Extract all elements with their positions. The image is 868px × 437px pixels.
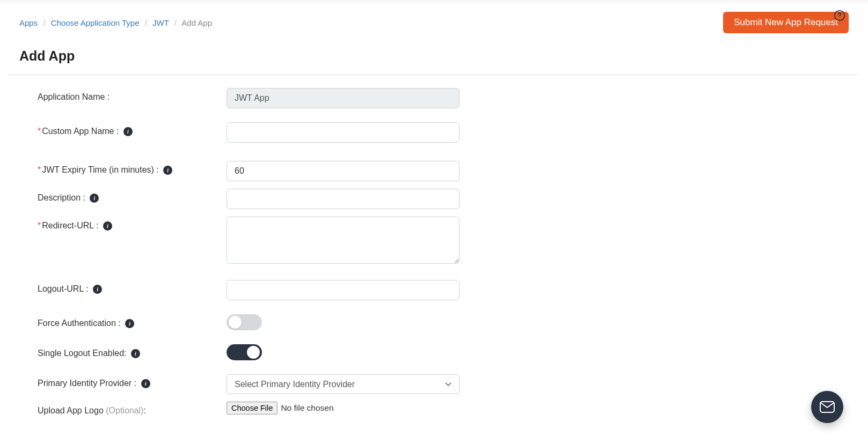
row-redirect-url: *Redirect-URL : i — [38, 217, 483, 266]
label-primary-idp: Primary Identity Provider : — [38, 379, 136, 388]
breadcrumb-sep: / — [145, 18, 147, 27]
info-icon[interactable]: i — [103, 221, 112, 231]
label-logout-url: Logout-URL : — [38, 284, 89, 293]
logout-url-input[interactable] — [227, 280, 459, 300]
breadcrumb: Apps / Choose Application Type / JWT / A… — [19, 18, 212, 27]
label-upload-logo: Upload App Logo — [38, 406, 106, 415]
divider — [9, 75, 859, 75]
row-single-logout: Single Logout Enabled: i — [38, 344, 483, 360]
breadcrumb-link-choose-type[interactable]: Choose Application Type — [51, 18, 140, 27]
page-title: Add App — [0, 33, 868, 75]
label-app-name: Application Name : — [38, 88, 227, 102]
required-marker: * — [38, 165, 41, 174]
row-custom-name: *Custom App Name : i — [38, 122, 483, 143]
row-upload-logo: Upload App Logo (Optional): Choose File … — [38, 402, 483, 416]
info-icon[interactable]: i — [93, 285, 102, 294]
breadcrumb-sep: / — [174, 18, 177, 27]
row-app-name: Application Name : — [38, 88, 483, 108]
primary-idp-select[interactable]: Select Primary Identity Provider — [227, 374, 459, 394]
required-marker: * — [38, 127, 41, 136]
info-icon[interactable]: i — [90, 194, 99, 203]
file-status-text: No file chosen — [281, 403, 333, 413]
label-upload-logo-optional: (Optional) — [106, 406, 143, 415]
top-shadow — [0, 0, 868, 4]
label-redirect-url: Redirect-URL : — [42, 221, 98, 230]
help-icon[interactable] — [834, 10, 845, 25]
label-custom-name: Custom App Name : — [42, 127, 119, 136]
force-auth-toggle[interactable] — [227, 314, 262, 330]
svg-point-1 — [839, 18, 840, 18]
label-upload-logo-colon: : — [143, 406, 145, 415]
redirect-url-input[interactable] — [227, 217, 459, 264]
required-marker: * — [38, 221, 41, 230]
chat-widget-button[interactable] — [811, 391, 843, 423]
info-icon[interactable]: i — [131, 349, 140, 358]
row-jwt-expiry: *JWT Expiry Time (in minutes) : i — [38, 161, 483, 181]
form-area: Application Name : *Custom App Name : i … — [0, 88, 483, 416]
submit-new-app-button[interactable]: Submit New App Request — [723, 12, 849, 33]
info-icon[interactable]: i — [125, 319, 134, 328]
row-description: Description : i — [38, 189, 483, 209]
header-row: Apps / Choose Application Type / JWT / A… — [0, 0, 868, 33]
breadcrumb-sep: / — [43, 18, 45, 27]
choose-file-button[interactable]: Choose File — [227, 402, 278, 414]
info-icon[interactable]: i — [163, 166, 172, 175]
label-force-auth: Force Authentication : — [38, 319, 121, 328]
row-primary-idp: Primary Identity Provider : i Select Pri… — [38, 374, 483, 394]
label-single-logout: Single Logout Enabled: — [38, 349, 126, 358]
label-jwt-expiry: JWT Expiry Time (in minutes) : — [42, 165, 159, 174]
row-logout-url: Logout-URL : i — [38, 280, 483, 300]
description-input[interactable] — [227, 189, 459, 209]
row-force-auth: Force Authentication : i — [38, 314, 483, 330]
label-description: Description : — [38, 193, 85, 202]
breadcrumb-current: Add App — [181, 18, 212, 27]
single-logout-toggle[interactable] — [227, 344, 262, 360]
jwt-expiry-input[interactable] — [227, 161, 459, 181]
application-name-input — [227, 88, 459, 108]
mail-icon — [820, 401, 835, 413]
info-icon[interactable]: i — [141, 379, 150, 388]
info-icon[interactable]: i — [123, 127, 133, 136]
breadcrumb-link-jwt[interactable]: JWT — [152, 18, 169, 27]
breadcrumb-link-apps[interactable]: Apps — [19, 18, 38, 27]
custom-app-name-input[interactable] — [227, 122, 459, 143]
